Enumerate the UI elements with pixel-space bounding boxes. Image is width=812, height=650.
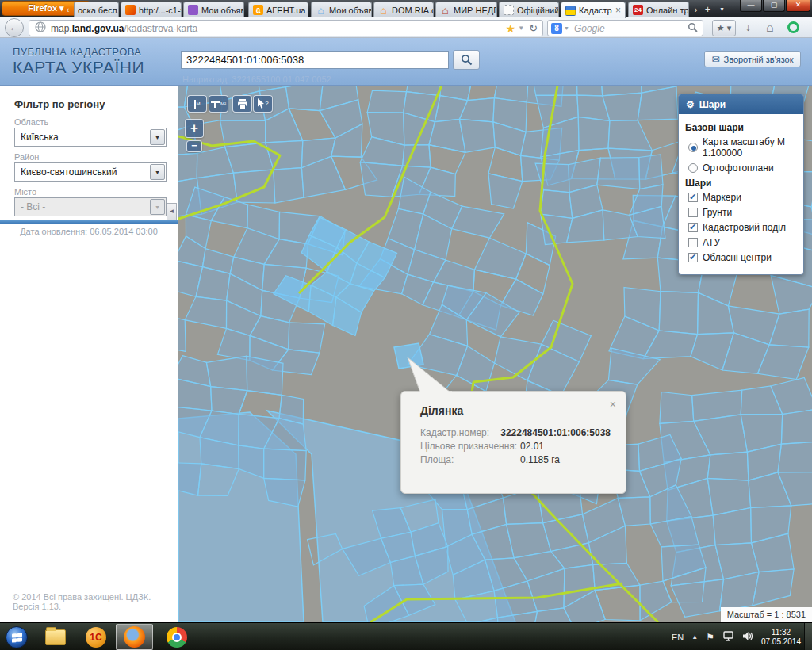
url-bar[interactable]: map.land.gov.ua/kadastrova-karta ★ ▼ ↻ xyxy=(29,20,543,36)
search-icon[interactable] xyxy=(688,21,698,36)
radio-button[interactable] xyxy=(688,143,698,152)
layers-panel-header[interactable]: ⚙ Шари xyxy=(679,94,803,114)
url-dropdown-icon[interactable]: ▼ xyxy=(518,25,524,32)
sidebar-collapse-button[interactable]: ◄ xyxy=(167,203,177,220)
browser-tab[interactable]: http:/...-c1-t5 xyxy=(121,2,182,17)
oblast-select[interactable]: Київська ▼ xyxy=(14,128,167,147)
browser-tab[interactable]: Офіційний ... xyxy=(499,2,559,17)
base-layer-option[interactable]: Ортофотоплани xyxy=(688,162,797,174)
browser-tab-active[interactable]: Кадастр... × xyxy=(561,2,626,18)
raion-select[interactable]: Києво-святошинський ▼ xyxy=(14,162,167,182)
back-button[interactable]: ← xyxy=(5,18,24,37)
tab-title: Мои объяв... xyxy=(201,6,243,15)
house-icon: ⌂ xyxy=(378,5,389,15)
popup-row: Кадастр.номер: 3222484501:01:006:5038 xyxy=(420,426,611,440)
url-subdomain: map. xyxy=(51,23,72,34)
tab-close-icon[interactable]: × xyxy=(615,6,621,15)
close-button[interactable]: ✕ xyxy=(786,0,810,12)
chrome-taskbar-icon[interactable] xyxy=(165,625,189,649)
google-logo-icon: 8 xyxy=(551,23,562,34)
cadastral-search-button[interactable] xyxy=(453,50,480,70)
firefox-taskbar-icon-active[interactable] xyxy=(116,624,153,650)
tv24-logo-icon: 24 xyxy=(633,5,643,15)
popup-row-value: 0.1185 га xyxy=(520,453,560,467)
list-all-tabs-icon[interactable]: ▾ xyxy=(717,2,727,17)
maximize-button[interactable]: ▢ xyxy=(763,0,785,12)
browser-tab[interactable]: 24 Онлайн тра... xyxy=(628,2,689,17)
home-icon[interactable]: ⌂ xyxy=(766,21,774,35)
layer-label: Кадастровий поділ xyxy=(703,222,786,233)
map-scale-indicator: Масштаб = 1 : 8531 xyxy=(721,607,812,622)
layer-option[interactable]: Грунти xyxy=(688,207,797,218)
checkbox[interactable] xyxy=(688,253,698,262)
tab-title: АГЕНТ.ua - ... xyxy=(266,6,308,15)
layer-option[interactable]: Обласні центри xyxy=(688,252,797,263)
language-indicator[interactable]: EN xyxy=(672,633,684,642)
popup-rows: Кадастр.номер: 3222484501:01:006:5038 Ці… xyxy=(420,426,611,467)
bookmarks-menu-button[interactable]: ★ ▾ xyxy=(712,20,736,36)
close-icon[interactable]: × xyxy=(610,398,616,411)
layer-option[interactable]: Кадастровий поділ xyxy=(688,222,797,233)
tab-scroll-right-icon[interactable]: › xyxy=(691,2,701,17)
volume-icon[interactable] xyxy=(742,630,753,644)
globe-icon xyxy=(35,21,46,35)
browser-tab[interactable]: оска бесп... xyxy=(74,2,119,17)
taskbar-clock[interactable]: 11:32 07.05.2014 xyxy=(761,628,801,647)
popup-row-label: Площа: xyxy=(420,453,520,467)
addon-icon[interactable] xyxy=(787,21,799,33)
tray-expand-icon[interactable]: ▲ xyxy=(691,633,698,640)
measure-length-button[interactable]: М xyxy=(187,95,207,113)
cadastral-map[interactable]: М М² ? + − ⚙ Шари Базові шари Карта мас xyxy=(178,86,812,622)
copyright-text: © 2014 Всі права захищені. ЦДЗК. Версія … xyxy=(13,592,178,611)
base-layer-option[interactable]: Карта масштабу М 1:100000 xyxy=(688,136,797,159)
tab-title: МИР НЕДВ... xyxy=(454,6,496,15)
browser-tab[interactable]: ⌂ МИР НЕДВ... xyxy=(435,2,497,17)
checkbox[interactable] xyxy=(688,193,698,202)
search-engine-dropdown-icon[interactable]: ▼ xyxy=(564,25,569,31)
start-button[interactable] xyxy=(5,625,29,649)
browser-tab[interactable]: ⌂ Мои объяв... xyxy=(311,2,372,17)
measure-area-button[interactable]: М² xyxy=(209,95,228,113)
cursor-icon xyxy=(257,98,265,109)
show-desktop-button[interactable] xyxy=(804,623,812,650)
1c-taskbar-icon[interactable]: 1С xyxy=(84,625,108,649)
downloads-icon[interactable]: ↓ xyxy=(745,21,751,33)
1c-logo-icon: 1С xyxy=(86,627,106,648)
checkbox[interactable] xyxy=(688,238,698,247)
reload-icon[interactable]: ↻ xyxy=(529,22,538,34)
radio-button[interactable] xyxy=(688,163,698,173)
envelope-icon: ✉ xyxy=(711,54,719,65)
new-tab-button[interactable]: + xyxy=(703,2,713,17)
tab-title: http:/...-c1-t5 xyxy=(139,6,181,15)
browser-tab[interactable]: ⌂ DOM.RIA.c... xyxy=(373,2,434,17)
tab-title: Мои объяв... xyxy=(329,6,371,15)
feedback-button[interactable]: ✉ Зворотній зв'язок xyxy=(704,51,801,67)
url-domain: land.gov.ua xyxy=(72,23,124,34)
windows-taskbar: 1С EN ▲ ⚑ 11:32 07.05.2014 xyxy=(0,622,812,650)
checkbox[interactable] xyxy=(688,208,698,217)
explorer-taskbar-icon[interactable] xyxy=(44,625,67,649)
network-icon[interactable] xyxy=(722,630,734,644)
chevron-down-icon: ▼ xyxy=(150,199,165,215)
measure-area-unit: М² xyxy=(220,101,226,106)
tab-scroll-left-icon[interactable]: ‹ xyxy=(63,2,73,17)
layers-heading: Шари xyxy=(685,178,797,189)
url-path: /kadastrova-karta xyxy=(124,23,197,34)
search-icon xyxy=(461,54,473,66)
browser-tab[interactable]: Мои объяв... xyxy=(183,2,244,17)
layer-label: Маркери xyxy=(703,192,741,203)
layer-option[interactable]: АТУ xyxy=(688,237,797,248)
bookmark-star-icon[interactable]: ★ xyxy=(506,22,516,35)
zoom-in-button[interactable]: + xyxy=(185,119,204,138)
checkbox[interactable] xyxy=(688,223,698,232)
browser-tab[interactable]: a АГЕНТ.ua - ... xyxy=(248,2,308,17)
print-button[interactable] xyxy=(232,95,252,113)
zoom-out-button[interactable]: − xyxy=(186,140,202,152)
cadastral-number-input[interactable]: 3222484501:01:006:5038 xyxy=(181,51,449,69)
minimize-button[interactable]: — xyxy=(740,0,762,12)
action-center-flag-icon[interactable]: ⚑ xyxy=(706,632,714,643)
search-engine-bar[interactable]: 8 ▼ Google xyxy=(547,20,703,36)
layer-option[interactable]: Маркери xyxy=(688,192,797,203)
identify-button[interactable]: ? xyxy=(253,95,273,113)
region-filter-sidebar: Фільтр по регіону Область Київська ▼ Рай… xyxy=(0,86,178,622)
